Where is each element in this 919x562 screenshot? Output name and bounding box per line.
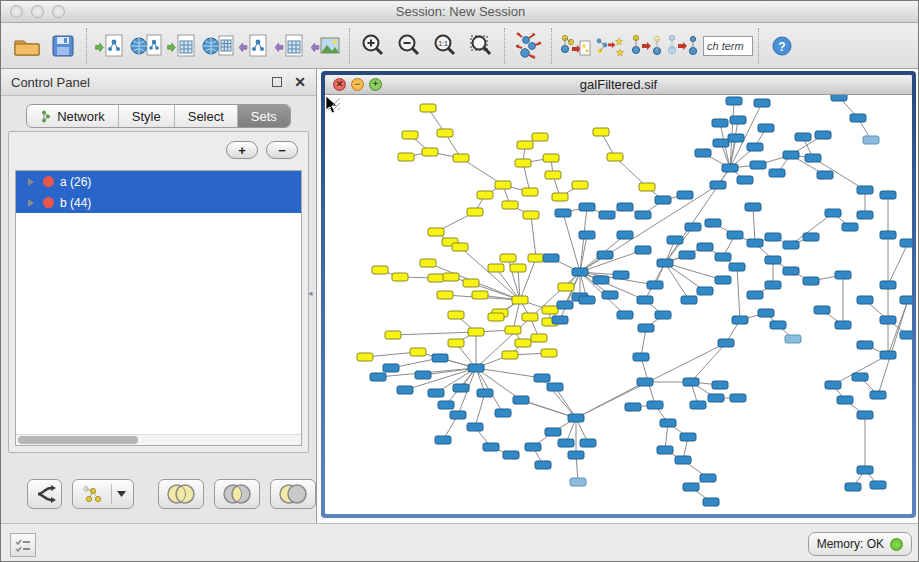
add-set-button[interactable]: + xyxy=(226,141,258,159)
search-text: ch term xyxy=(707,40,744,52)
close-panel-icon[interactable]: ✕ xyxy=(294,75,306,89)
venn-difference-icon xyxy=(276,483,310,505)
import-table-web-icon xyxy=(202,33,234,59)
set-label: a (26) xyxy=(60,175,91,189)
tab-network[interactable]: Network xyxy=(27,105,119,127)
network-graph[interactable] xyxy=(325,95,912,514)
network-tab-icon xyxy=(40,110,52,123)
set-color-icon xyxy=(43,176,54,187)
toolbar-separator xyxy=(86,28,87,64)
horizontal-scrollbar[interactable] xyxy=(16,434,301,445)
expand-triangle-icon[interactable] xyxy=(28,199,34,207)
memory-status-button[interactable]: Memory: OK xyxy=(808,532,912,556)
control-panel-header: Control Panel ✕ xyxy=(1,69,316,96)
venn-union-icon xyxy=(164,483,198,505)
toolbar-separator xyxy=(551,28,552,64)
export-network-button[interactable] xyxy=(236,27,272,65)
zoom-fit-selected-button[interactable] xyxy=(463,27,499,65)
svg-text:1:1: 1:1 xyxy=(438,40,448,47)
import-network-file-icon xyxy=(95,33,125,59)
venn-buttons xyxy=(158,479,316,509)
sets-panel: + − a (26) b (44) xyxy=(8,131,309,453)
button-divider xyxy=(111,484,112,504)
import-table-from-web-button[interactable] xyxy=(200,27,236,65)
sets-list: a (26) b (44) xyxy=(15,170,302,446)
help-button[interactable]: ? xyxy=(764,27,800,65)
intersect-sets-button[interactable] xyxy=(214,479,260,509)
tab-label: Select xyxy=(188,109,224,124)
import-table-file-button[interactable] xyxy=(164,27,200,65)
zoom-out-icon xyxy=(396,33,422,59)
task-history-button[interactable] xyxy=(10,533,36,557)
memory-ok-indicator xyxy=(890,538,903,551)
difference-sets-button[interactable] xyxy=(270,479,316,509)
select-first-neighbors-button[interactable] xyxy=(593,27,629,65)
scrollbar-thumb[interactable] xyxy=(18,436,138,444)
export-network-icon xyxy=(239,33,269,59)
create-set-from-network-button[interactable] xyxy=(72,479,134,509)
venn-intersection-icon xyxy=(220,483,254,505)
remove-set-button[interactable]: − xyxy=(266,141,298,159)
network-frame-titlebar[interactable]: ✕ − + galFiltered.sif xyxy=(325,75,912,95)
toolbar-separator xyxy=(758,28,759,64)
network-desktop: ✕ − + galFiltered.sif xyxy=(317,69,919,523)
status-bar: Memory: OK xyxy=(1,523,919,562)
zoom-actual-size-icon: 1:1 xyxy=(432,33,458,59)
split-set-button[interactable] xyxy=(27,479,62,509)
expand-triangle-icon[interactable] xyxy=(28,178,34,186)
tab-select[interactable]: Select xyxy=(175,105,238,127)
control-panel-tabstrip: Network Style Select Sets xyxy=(1,104,316,128)
zoom-out-button[interactable] xyxy=(391,27,427,65)
save-session-button[interactable] xyxy=(45,27,81,65)
resize-grip[interactable] xyxy=(325,95,341,111)
network-frame: ✕ − + galFiltered.sif xyxy=(321,71,916,518)
tab-label: Style xyxy=(132,109,161,124)
sets-action-bar xyxy=(1,479,316,509)
zoom-in-icon xyxy=(360,33,386,59)
tab-label: Network xyxy=(57,109,105,124)
new-network-selected-nodes-selected-edges-button[interactable] xyxy=(665,27,701,65)
apply-layout-button[interactable] xyxy=(510,27,546,65)
zoom-actual-size-button[interactable]: 1:1 xyxy=(427,27,463,65)
import-table-file-icon xyxy=(167,33,197,59)
toolbar-separator xyxy=(349,28,350,64)
float-panel-icon[interactable] xyxy=(272,77,282,87)
export-table-button[interactable] xyxy=(272,27,308,65)
tab-style[interactable]: Style xyxy=(119,105,175,127)
set-color-icon xyxy=(43,197,54,208)
new-network-selected-nodes-selected-edges-icon xyxy=(666,33,700,59)
union-sets-button[interactable] xyxy=(158,479,204,509)
export-image-button[interactable] xyxy=(308,27,344,65)
open-session-button[interactable] xyxy=(9,27,45,65)
tab-label: Sets xyxy=(251,109,277,124)
export-image-icon xyxy=(311,33,341,59)
network-frame-title: galFiltered.sif xyxy=(325,77,912,92)
window-titlebar: Session: New Session xyxy=(1,1,919,23)
new-network-from-selection-icon xyxy=(559,33,591,59)
tab-sets[interactable]: Sets xyxy=(238,105,290,127)
import-network-file-button[interactable] xyxy=(92,27,128,65)
cytoscape-window: Session: New Session xyxy=(0,0,919,562)
window-title: Session: New Session xyxy=(1,4,919,19)
new-network-from-selection-button[interactable] xyxy=(557,27,593,65)
apply-layout-icon xyxy=(513,32,543,60)
zoom-in-button[interactable] xyxy=(355,27,391,65)
new-network-selected-nodes-all-edges-button[interactable] xyxy=(629,27,665,65)
import-network-from-web-button[interactable] xyxy=(128,27,164,65)
panel-splitter-collapse-handle[interactable]: ◂ xyxy=(308,288,313,298)
search-input[interactable]: ch term xyxy=(703,36,753,56)
set-row-a[interactable]: a (26) xyxy=(16,171,301,192)
network-set-icon xyxy=(80,484,106,504)
help-icon: ? xyxy=(771,35,793,57)
main-toolbar: 1:1 xyxy=(1,23,919,69)
control-panel-title: Control Panel xyxy=(11,75,272,90)
task-list-icon xyxy=(15,538,31,552)
svg-text:?: ? xyxy=(778,39,785,53)
save-floppy-icon xyxy=(51,34,75,58)
set-row-b[interactable]: b (44) xyxy=(16,192,301,213)
select-first-neighbors-icon xyxy=(594,33,628,59)
open-folder-icon xyxy=(13,35,41,57)
split-arrow-icon xyxy=(34,484,56,504)
network-canvas[interactable] xyxy=(325,95,912,514)
new-network-selected-nodes-all-edges-icon xyxy=(630,33,664,59)
